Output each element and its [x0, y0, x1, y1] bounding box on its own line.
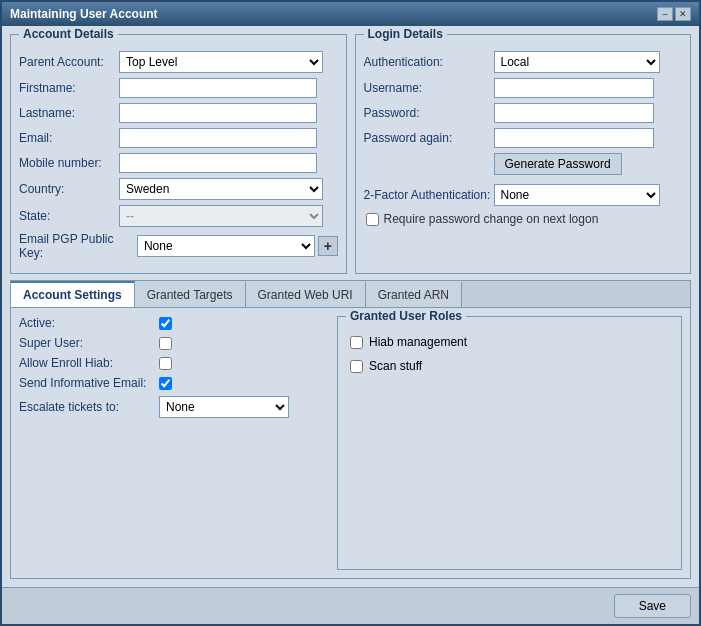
- account-details-group: Account Details Parent Account: Top Leve…: [10, 34, 347, 274]
- granted-roles-box: Granted User Roles Hiab management Scan …: [337, 316, 682, 570]
- list-item: Hiab management: [346, 333, 673, 351]
- pgp-add-button[interactable]: +: [318, 236, 337, 256]
- firstname-label: Firstname:: [19, 81, 119, 95]
- mobile-row: Mobile number:: [19, 153, 338, 173]
- main-window: Maintaining User Account – ✕ Account Det…: [0, 0, 701, 626]
- login-details-title: Login Details: [364, 27, 447, 41]
- state-label: State:: [19, 209, 119, 223]
- username-row: Username:: [364, 78, 683, 98]
- top-row: Account Details Parent Account: Top Leve…: [10, 34, 691, 274]
- username-label: Username:: [364, 81, 494, 95]
- role-hiab-checkbox[interactable]: [350, 336, 363, 349]
- role-hiab-label: Hiab management: [369, 335, 467, 349]
- auth-label: Authentication:: [364, 55, 494, 69]
- minimize-button[interactable]: –: [657, 7, 673, 21]
- send-email-checkbox[interactable]: [159, 377, 172, 390]
- role-scan-checkbox[interactable]: [350, 360, 363, 373]
- password-again-label: Password again:: [364, 131, 494, 145]
- auth-row: Authentication: Local LDAP SAML: [364, 51, 683, 73]
- firstname-row: Firstname:: [19, 78, 338, 98]
- mobile-input[interactable]: [119, 153, 317, 173]
- super-user-label: Super User:: [19, 336, 159, 350]
- state-row: State: --: [19, 205, 338, 227]
- country-label: Country:: [19, 182, 119, 196]
- pgp-label: Email PGP Public Key:: [19, 232, 137, 260]
- tab-account-settings[interactable]: Account Settings: [11, 281, 135, 307]
- main-content: Account Details Parent Account: Top Leve…: [2, 26, 699, 587]
- lastname-row: Lastname:: [19, 103, 338, 123]
- require-change-checkbox[interactable]: [366, 213, 379, 226]
- granted-roles-panel: Granted User Roles Hiab management Scan …: [337, 316, 682, 570]
- allow-enroll-label: Allow Enroll Hiab:: [19, 356, 159, 370]
- lastname-label: Lastname:: [19, 106, 119, 120]
- login-details-group: Login Details Authentication: Local LDAP…: [355, 34, 692, 274]
- list-item: Scan stuff: [346, 357, 673, 375]
- pgp-row: Email PGP Public Key: None +: [19, 232, 338, 260]
- role-scan-label: Scan stuff: [369, 359, 422, 373]
- password-again-row: Password again:: [364, 128, 683, 148]
- super-user-row: Super User:: [19, 336, 329, 350]
- account-settings-panel: Active: Super User: Allow Enroll Hiab: S…: [19, 316, 329, 570]
- super-user-checkbox[interactable]: [159, 337, 172, 350]
- country-row: Country: Sweden: [19, 178, 338, 200]
- tab-granted-web-uri[interactable]: Granted Web URI: [246, 281, 366, 307]
- email-row: Email:: [19, 128, 338, 148]
- mobile-label: Mobile number:: [19, 156, 119, 170]
- email-input[interactable]: [119, 128, 317, 148]
- lastname-input[interactable]: [119, 103, 317, 123]
- escalate-row: Escalate tickets to: None Level 1 Level …: [19, 396, 329, 418]
- username-input[interactable]: [494, 78, 654, 98]
- tabs-section: Account Settings Granted Targets Granted…: [10, 280, 691, 579]
- tab-granted-arn[interactable]: Granted ARN: [366, 281, 462, 307]
- escalate-select[interactable]: None Level 1 Level 2: [159, 396, 289, 418]
- firstname-input[interactable]: [119, 78, 317, 98]
- parent-account-select[interactable]: Top Level: [119, 51, 323, 73]
- password-row: Password:: [364, 103, 683, 123]
- send-email-row: Send Informative Email:: [19, 376, 329, 390]
- password-label: Password:: [364, 106, 494, 120]
- require-change-label: Require password change on next logon: [384, 212, 599, 226]
- password-input[interactable]: [494, 103, 654, 123]
- active-checkbox[interactable]: [159, 317, 172, 330]
- escalate-label: Escalate tickets to:: [19, 400, 159, 414]
- auth-select[interactable]: Local LDAP SAML: [494, 51, 660, 73]
- save-button[interactable]: Save: [614, 594, 691, 618]
- window-controls: – ✕: [657, 7, 691, 21]
- title-bar: Maintaining User Account – ✕: [2, 2, 699, 26]
- tab-bar: Account Settings Granted Targets Granted…: [11, 281, 690, 308]
- country-select[interactable]: Sweden: [119, 178, 323, 200]
- allow-enroll-row: Allow Enroll Hiab:: [19, 356, 329, 370]
- generate-password-button[interactable]: Generate Password: [494, 153, 622, 175]
- twofactor-row: 2-Factor Authentication: None Email SMS: [364, 184, 683, 206]
- parent-account-row: Parent Account: Top Level: [19, 51, 338, 73]
- password-again-input[interactable]: [494, 128, 654, 148]
- active-row: Active:: [19, 316, 329, 330]
- twofactor-select[interactable]: None Email SMS: [494, 184, 660, 206]
- close-button[interactable]: ✕: [675, 7, 691, 21]
- email-label: Email:: [19, 131, 119, 145]
- account-details-title: Account Details: [19, 27, 118, 41]
- tab-granted-targets[interactable]: Granted Targets: [135, 281, 246, 307]
- window-title: Maintaining User Account: [10, 7, 158, 21]
- bottom-bar: Save: [2, 587, 699, 624]
- send-email-label: Send Informative Email:: [19, 376, 159, 390]
- allow-enroll-checkbox[interactable]: [159, 357, 172, 370]
- granted-roles-title: Granted User Roles: [346, 309, 466, 323]
- require-change-row: Require password change on next logon: [366, 212, 683, 226]
- pgp-select[interactable]: None: [137, 235, 315, 257]
- twofactor-label: 2-Factor Authentication:: [364, 188, 494, 202]
- active-label: Active:: [19, 316, 159, 330]
- parent-account-label: Parent Account:: [19, 55, 119, 69]
- generate-row: Generate Password: [364, 153, 683, 179]
- state-select[interactable]: --: [119, 205, 323, 227]
- tab-content: Active: Super User: Allow Enroll Hiab: S…: [11, 308, 690, 578]
